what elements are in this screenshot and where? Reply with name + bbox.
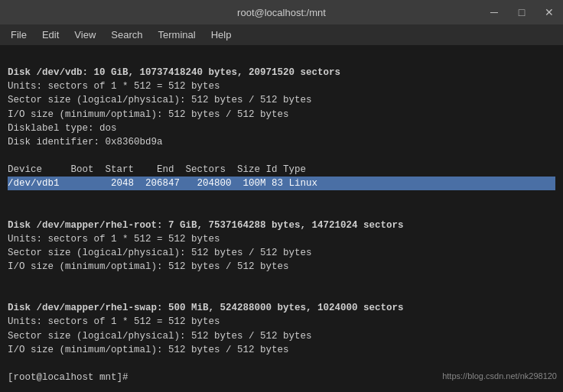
terminal-line-13: Units: sectors of 1 * 512 = 512 bytes [8, 232, 555, 246]
terminal-line-5: Disklabel type: dos [8, 121, 555, 135]
terminal-window: root@localhost:/mnt ─ □ ✕ FileEditViewSe… [0, 0, 563, 392]
terminal-line-10 [8, 190, 555, 204]
terminal-line-2: Units: sectors of 1 * 512 = 512 bytes [8, 79, 555, 93]
maximize-button[interactable]: □ [508, 0, 535, 24]
window-controls: ─ □ ✕ [480, 0, 563, 24]
title-bar: root@localhost:/mnt ─ □ ✕ [0, 0, 563, 24]
close-button[interactable]: ✕ [535, 0, 563, 24]
terminal-line-21: I/O size (minimum/optimal): 512 bytes / … [8, 343, 555, 357]
terminal-line-16 [8, 274, 555, 287]
terminal-line-20: Sector size (logical/physical): 512 byte… [8, 329, 555, 343]
menu-item-help[interactable]: Help [203, 26, 239, 44]
terminal-line-17 [8, 287, 555, 301]
terminal-line-0 [8, 52, 555, 66]
terminal-line-14: Sector size (logical/physical): 512 byte… [8, 246, 555, 260]
terminal-line-15: I/O size (minimum/optimal): 512 bytes / … [8, 260, 555, 274]
menu-item-search[interactable]: Search [103, 26, 150, 44]
terminal-line-7 [8, 149, 555, 163]
terminal-line-19: Units: sectors of 1 * 512 = 512 bytes [8, 315, 555, 329]
menu-item-file[interactable]: File [3, 26, 34, 44]
terminal-line-9: /dev/vdb1 2048 206847 204800 100M 83 Lin… [8, 177, 555, 190]
terminal-line-12: Disk /dev/mapper/rhel-root: 7 GiB, 75371… [8, 219, 555, 232]
terminal-line-3: Sector size (logical/physical): 512 byte… [8, 93, 555, 107]
menu-bar: FileEditViewSearchTerminalHelp [0, 24, 563, 46]
terminal-content[interactable]: Disk /dev/vdb: 10 GiB, 10737418240 bytes… [0, 46, 563, 392]
terminal-line-6: Disk identifier: 0x8360bd9a [8, 135, 555, 149]
terminal-line-18: Disk /dev/mapper/rhel-swap: 500 MiB, 524… [8, 301, 555, 315]
terminal-line-11 [8, 204, 555, 218]
menu-item-edit[interactable]: Edit [34, 26, 67, 44]
terminal-line-4: I/O size (minimum/optimal): 512 bytes / … [8, 108, 555, 121]
watermark: https://blog.csdn.net/nk298120 [442, 371, 557, 383]
terminal-line-1: Disk /dev/vdb: 10 GiB, 10737418240 bytes… [8, 66, 555, 79]
terminal-line-22 [8, 357, 555, 371]
menu-item-view[interactable]: View [67, 26, 103, 44]
window-title: root@localhost:/mnt [237, 7, 326, 18]
menu-item-terminal[interactable]: Terminal [151, 26, 203, 44]
minimize-button[interactable]: ─ [480, 0, 508, 24]
terminal-line-8: Device Boot Start End Sectors Size Id Ty… [8, 163, 555, 177]
